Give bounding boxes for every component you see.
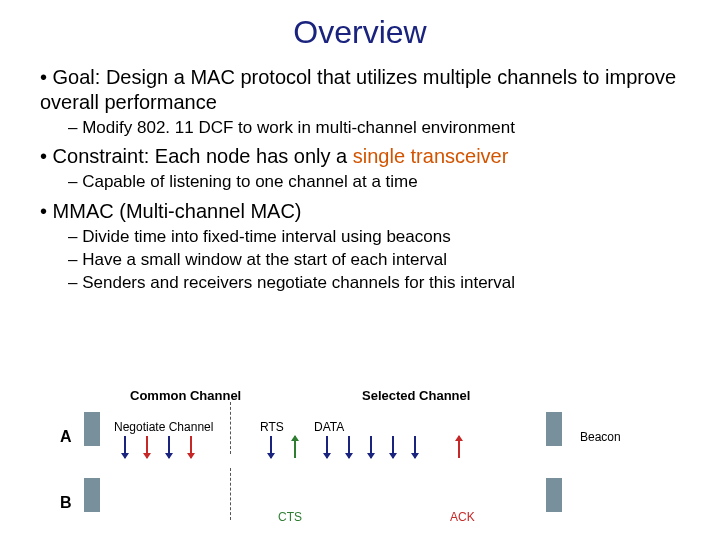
bullet-goal: Goal: Design a MAC protocol that utilize… [40, 65, 680, 115]
arrow-down-icon [270, 436, 272, 458]
subbullet-listen: Capable of listening to one channel at a… [68, 171, 680, 192]
single-transceiver: single transceiver [353, 145, 509, 167]
arrow-down-icon [146, 436, 148, 458]
data-label: DATA [314, 420, 344, 434]
cts-label: CTS [278, 510, 302, 524]
phase-divider [230, 402, 231, 454]
arrow-down-icon [190, 436, 192, 458]
bullet-constraint: Constraint: Each node has only a single … [40, 144, 680, 169]
negotiate-label: Negotiate Channel [114, 420, 213, 434]
arrow-down-icon [124, 436, 126, 458]
arrow-down-icon [168, 436, 170, 458]
subbullet-divide: Divide time into fixed-time interval usi… [68, 226, 680, 247]
phase-divider [230, 468, 231, 520]
arrow-down-icon [414, 436, 416, 458]
subbullet-negotiate: Senders and receivers negotiate channels… [68, 272, 680, 293]
subbullet-modify: Modify 802. 11 DCF to work in multi-chan… [68, 117, 680, 138]
beacon-bar [546, 412, 562, 446]
slide-body: Goal: Design a MAC protocol that utilize… [0, 51, 720, 293]
beacon-label: Beacon [580, 430, 621, 444]
row-a-label: A [60, 428, 72, 446]
slide-title: Overview [0, 0, 720, 51]
arrow-down-icon [326, 436, 328, 458]
rts-label: RTS [260, 420, 284, 434]
bullet-constraint-text: Constraint: Each node has only a [53, 145, 353, 167]
arrow-down-icon [370, 436, 372, 458]
beacon-bar [546, 478, 562, 512]
arrow-down-icon [392, 436, 394, 458]
beacon-bar [84, 478, 100, 512]
arrow-down-icon [348, 436, 350, 458]
selected-channel-label: Selected Channel [362, 388, 470, 403]
slide: Overview Goal: Design a MAC protocol tha… [0, 0, 720, 540]
bullet-goal-text: Goal: Design a MAC protocol that utilize… [40, 66, 676, 113]
subbullet-window: Have a small window at the start of each… [68, 249, 680, 270]
arrow-up-icon [294, 436, 296, 458]
arrow-up-icon [458, 436, 460, 458]
common-channel-label: Common Channel [130, 388, 241, 403]
timing-diagram: Common Channel Selected Channel A B Nego… [60, 388, 660, 528]
row-b-label: B [60, 494, 72, 512]
beacon-bar [84, 412, 100, 446]
bullet-mmac: MMAC (Multi-channel MAC) [40, 199, 680, 224]
ack-label: ACK [450, 510, 475, 524]
